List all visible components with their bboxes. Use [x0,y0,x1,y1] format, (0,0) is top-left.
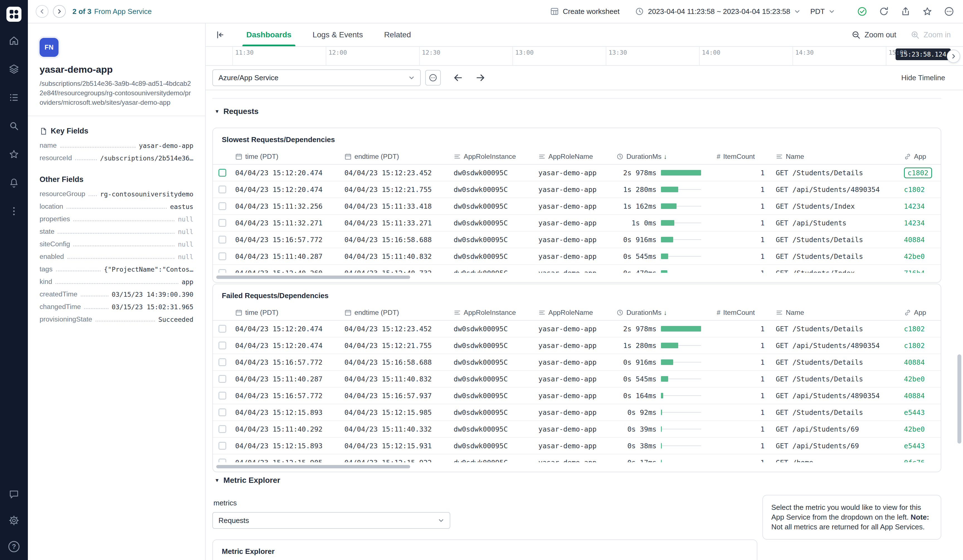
star-icon[interactable] [922,6,932,16]
column-header-name[interactable]: Name [772,153,901,160]
app-id-link[interactable]: 42be0 [904,252,925,261]
column-header-durationms[interactable]: DurationMs↓ [613,153,713,160]
rail-help-button[interactable]: ? [8,541,19,552]
field-row-state[interactable]: statenull [40,228,193,235]
app-id-link[interactable]: e5443 [904,442,925,450]
rail-layers-button[interactable] [8,63,19,74]
table-row[interactable]: 04/04/23 15:12:15.90504/04/23 15:12:15.9… [213,455,941,462]
field-row-resourceGroup[interactable]: resourceGrouprg-contosouniversitydemo [40,190,193,198]
table-row[interactable]: 04/04/23 15:12:20.47404/04/23 15:12:23.4… [213,320,941,337]
row-checkbox[interactable] [219,425,226,433]
table-row[interactable]: 04/04/23 15:16:57.77204/04/23 15:16:57.9… [213,388,941,404]
timeline-strip[interactable]: 15:23:58.124 11:3012:0012:3013:0013:3014… [206,47,963,66]
column-header-app[interactable]: App [901,309,941,317]
time-range-picker[interactable]: 2023-04-04 11:23:58 ~ 2023-04-04 15:23:5… [635,7,800,16]
table-row[interactable]: 04/04/23 15:16:57.77204/04/23 15:16:58.6… [213,231,941,248]
row-checkbox[interactable] [219,408,226,416]
column-header-approlename[interactable]: AppRoleName [535,153,613,160]
table-row[interactable]: 04/04/23 15:11:32.27104/04/23 15:11:33.2… [213,215,941,231]
column-header-endtime[interactable]: endtime (PDT) [341,153,450,160]
column-header-app[interactable]: App [901,153,941,160]
rail-home-button[interactable] [8,35,19,46]
app-id-link[interactable]: 42be0 [904,375,925,383]
row-checkbox[interactable] [219,392,226,400]
row-checkbox[interactable] [219,269,226,273]
app-id-link[interactable]: 42be0 [904,425,925,433]
table-row[interactable]: 04/04/23 15:12:20.47404/04/23 15:12:21.7… [213,337,941,354]
column-header-endtime[interactable]: endtime (PDT) [341,309,450,317]
tab-related[interactable]: Related [373,23,422,46]
prev-arrow-button[interactable] [453,73,463,83]
column-header-approleinstance[interactable]: AppRoleInstance [450,309,535,317]
app-id-link[interactable]: 40884 [904,236,925,244]
app-logo[interactable] [6,7,21,22]
zoom-in-button[interactable]: Zoom in [911,30,951,39]
row-checkbox[interactable] [219,459,226,462]
rail-settings-button[interactable] [8,515,19,526]
row-checkbox[interactable] [219,202,226,210]
column-header-durationms[interactable]: DurationMs↓ [613,309,713,317]
app-id-link[interactable]: c1802 [904,186,925,194]
rail-list-button[interactable] [8,92,19,103]
column-header-approlename[interactable]: AppRoleName [535,309,613,317]
refresh-icon[interactable] [879,6,889,16]
table-row[interactable]: 04/04/23 15:11:32.25604/04/23 15:11:33.4… [213,198,941,215]
field-row-siteConfig[interactable]: siteConfignull [40,240,193,248]
metric-select[interactable]: Requests [212,512,450,529]
next-arrow-button[interactable] [475,73,485,83]
column-header-name[interactable]: Name [772,309,901,317]
back-button[interactable] [36,5,49,18]
rail-star-button[interactable] [8,149,19,160]
rail-more-button[interactable] [8,206,19,217]
app-id-link[interactable]: 40884 [904,392,925,400]
vertical-scrollbar-thumb[interactable] [957,354,961,443]
table-row[interactable]: 04/04/23 15:12:40.26004/04/23 15:12:40.7… [213,265,941,273]
field-row-resourceId[interactable]: resourceId/subscriptions/2b514e36… [40,154,193,162]
column-header-itemcount[interactable]: #ItemCount [713,153,772,160]
field-row-properties[interactable]: propertiesnull [40,215,193,223]
table-row[interactable]: 04/04/23 15:12:20.47404/04/23 15:12:23.4… [213,165,941,181]
rail-bell-button[interactable] [8,177,19,188]
source-breadcrumb-link[interactable]: 2 of 3From App Service [73,7,152,16]
row-checkbox[interactable] [219,358,226,366]
timezone-picker[interactable]: PDT [810,7,835,16]
row-checkbox[interactable] [219,186,226,193]
app-id-link[interactable]: c1802 [904,325,925,333]
create-worksheet-button[interactable]: Create worksheet [550,7,620,16]
tab-dashboards[interactable]: Dashboards [236,23,302,46]
table-row[interactable]: 04/04/23 15:11:40.28704/04/23 15:11:40.8… [213,248,941,265]
table-row[interactable]: 04/04/23 15:12:20.47404/04/23 15:12:21.7… [213,181,941,198]
forward-button[interactable] [53,5,66,18]
row-checkbox[interactable] [219,236,226,243]
column-header-approleinstance[interactable]: AppRoleInstance [450,153,535,160]
table-row[interactable]: 04/04/23 15:12:15.89304/04/23 15:12:15.9… [213,438,941,455]
app-id-link[interactable]: 0fc76 [904,459,925,463]
tab-logs-events[interactable]: Logs & Events [302,23,374,46]
row-checkbox[interactable] [219,169,226,176]
panel-back-icon[interactable] [214,30,225,40]
table-row[interactable]: 04/04/23 15:12:15.89304/04/23 15:12:15.9… [213,404,941,421]
table-row[interactable]: 04/04/23 15:16:57.77204/04/23 15:16:58.6… [213,354,941,371]
more-options-icon[interactable] [944,6,954,16]
table-row[interactable]: 04/04/23 15:11:40.28704/04/23 15:11:40.8… [213,371,941,388]
row-checkbox[interactable] [219,442,226,450]
field-row-createdTime[interactable]: createdTime03/15/23 14:39:00.390 [40,290,193,298]
app-id-link[interactable]: 14234 [904,202,925,210]
section-header-requests[interactable]: ▼ Requests [214,107,259,116]
app-id-link[interactable]: e5443 [904,408,925,416]
row-checkbox[interactable] [219,375,226,383]
timeline-next-button[interactable] [947,50,960,63]
table-row[interactable]: 04/04/23 15:11:40.29204/04/23 15:11:40.3… [213,421,941,438]
field-row-provisioningState[interactable]: provisioningStateSucceeded [40,316,193,323]
field-row-name[interactable]: nameyasar-demo-app [40,142,193,149]
field-row-changedTime[interactable]: changedTime03/15/23 15:02:31.965 [40,303,193,311]
dataset-options-button[interactable] [425,70,441,86]
column-header-itemcount[interactable]: #ItemCount [713,309,772,317]
row-checkbox[interactable] [219,342,226,350]
dataset-select[interactable]: Azure/App Service [212,70,421,86]
hide-timeline-button[interactable]: Hide Timeline [901,74,945,82]
row-checkbox[interactable] [219,219,226,227]
status-check-icon[interactable] [857,6,867,16]
app-id-link[interactable]: c1802 [904,167,932,178]
row-checkbox[interactable] [219,252,226,260]
